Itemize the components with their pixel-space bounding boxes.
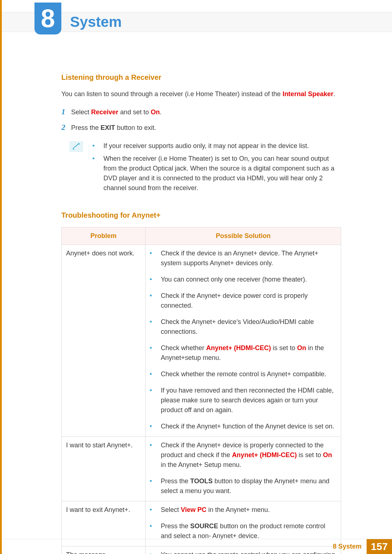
section-heading-receiver: Listening through a Receiver xyxy=(61,72,341,83)
note-list: If your receiver supports audio only, it… xyxy=(93,141,341,196)
troubleshooting-table: Problem Possible Solution Anynet+ does n… xyxy=(61,227,341,554)
step1-red2: On xyxy=(151,108,160,116)
footer-chapter-label: 8 System xyxy=(333,539,367,554)
page-footer: 8 System 157 xyxy=(2,539,392,554)
note-item: If your receiver supports audio only, it… xyxy=(93,141,341,151)
solution-item: Select View PC in the Anynet+ menu. xyxy=(150,505,336,515)
step-1: 1 Select Receiver and set to On. xyxy=(61,106,341,118)
text: Press the xyxy=(161,522,190,530)
text: Press the xyxy=(161,477,190,485)
intro-text-red: Internal Speaker xyxy=(282,90,333,98)
th-problem: Problem xyxy=(62,227,146,245)
solution-item: Press the SOURCE button on the product r… xyxy=(150,521,336,541)
th-solution: Possible Solution xyxy=(146,227,341,245)
solution-item: Check if the Anynet+ function of the Any… xyxy=(150,422,336,431)
page-content: Listening through a Receiver You can lis… xyxy=(2,32,392,554)
solution-item: Press the TOOLS button to display the An… xyxy=(150,476,336,496)
text: in the Anynet+ menu. xyxy=(207,506,270,513)
section-heading-troubleshooting: Troubleshooting for Anynet+ xyxy=(61,210,341,221)
table-row: I want to start Anynet+. Check if the An… xyxy=(62,437,341,501)
step1-red1: Receiver xyxy=(91,108,118,116)
steps-list: 1 Select Receiver and set to On. 2 Press… xyxy=(61,106,341,133)
solution-item: You can connect only one receiver (home … xyxy=(150,275,336,284)
footer-page-number: 157 xyxy=(367,539,392,554)
solution-item: If you have removed and then reconnected… xyxy=(150,386,336,415)
step2-bold: EXIT xyxy=(101,124,115,131)
step2-pre: Press the xyxy=(71,124,101,131)
text-red: On xyxy=(297,344,306,352)
step1-pre: Select xyxy=(71,108,91,116)
text: Select xyxy=(161,506,181,513)
note-item: When the receiver (i.e Home Theater) is … xyxy=(93,154,341,193)
cell-problem: I want to start Anynet+. xyxy=(62,437,146,501)
text-red: View PC xyxy=(181,506,207,513)
solution-item: Check the Anynet+ device's Video/Audio/H… xyxy=(150,317,336,337)
text-red: On xyxy=(323,451,332,459)
solution-item: Check whether the remote control is Anyn… xyxy=(150,369,336,379)
text: Check whether xyxy=(161,344,206,352)
cell-solution: Check if the Anynet+ device is properly … xyxy=(146,437,341,501)
cell-solution: Check if the device is an Anynet+ device… xyxy=(146,245,341,437)
text-red: Anynet+ (HDMI-CEC) xyxy=(232,451,297,459)
header-bar: 8 System xyxy=(2,12,392,32)
intro-text-post: . xyxy=(333,90,335,98)
chapter-title: System xyxy=(70,14,122,30)
text: is set to xyxy=(297,451,323,459)
solution-item: Check whether Anynet+ (HDMI-CEC) is set … xyxy=(150,343,336,363)
intro-text-pre: You can listen to sound through a receiv… xyxy=(61,90,282,98)
chapter-number: 8 xyxy=(41,6,55,31)
text-red: Anynet+ (HDMI-CEC) xyxy=(206,344,271,352)
table-row: Anynet+ does not work. Check if the devi… xyxy=(62,245,341,437)
solution-item: Check if the Anynet+ device power cord i… xyxy=(150,291,336,311)
chapter-badge: 8 xyxy=(34,3,61,34)
solution-item: Check if the device is an Anynet+ device… xyxy=(150,249,336,268)
page: 8 System Listening through a Receiver Yo… xyxy=(0,0,392,554)
note-block: If your receiver supports audio only, it… xyxy=(61,141,341,196)
text: is set to xyxy=(271,344,297,352)
text-bold: TOOLS xyxy=(190,477,213,485)
intro-paragraph: You can listen to sound through a receiv… xyxy=(61,89,341,99)
solution-item: Check if the Anynet+ device is properly … xyxy=(150,440,336,470)
text-bold: SOURCE xyxy=(190,522,218,530)
step2-post: button to exit. xyxy=(115,124,156,131)
step-2: 2 Press the EXIT button to exit. xyxy=(61,121,341,133)
cell-problem: Anynet+ does not work. xyxy=(62,245,146,437)
text: in the Anynet+ Setup menu. xyxy=(161,461,241,468)
step1-mid: and set to xyxy=(118,108,151,116)
step-number: 1 xyxy=(61,106,69,118)
step1-post: . xyxy=(160,108,162,116)
note-icon xyxy=(69,141,83,152)
step-number: 2 xyxy=(61,121,69,133)
